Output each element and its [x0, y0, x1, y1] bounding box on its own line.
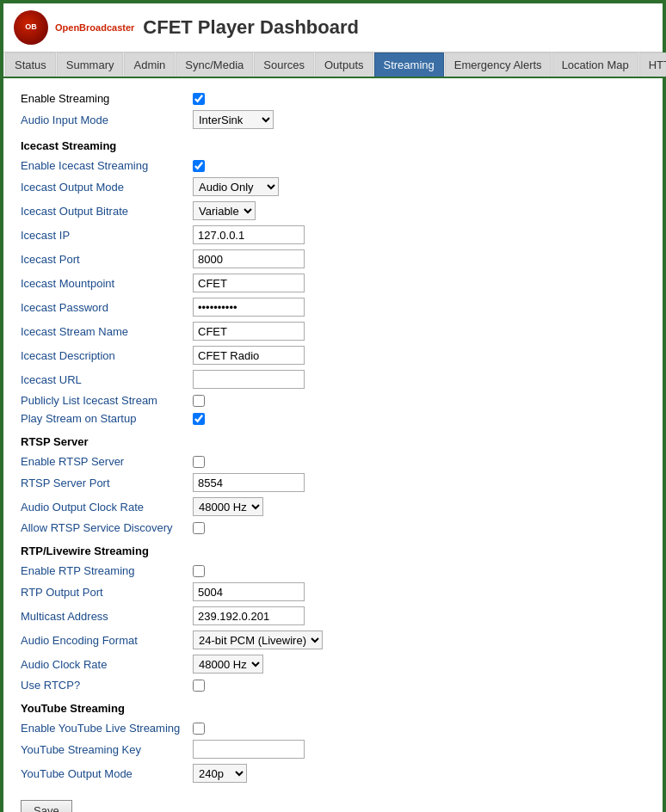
icecast-output-mode-row: Icecast Output Mode Audio Only Video+Aud…	[21, 177, 645, 196]
icecast-stream-name-input[interactable]	[193, 322, 305, 341]
icecast-output-bitrate-select[interactable]: Variable 128 192 320	[193, 201, 256, 220]
audio-clock-rate-select[interactable]: 48000 Hz 44100 Hz	[193, 655, 263, 674]
audio-output-clock-select[interactable]: 48000 Hz 44100 Hz 22050 Hz	[193, 497, 263, 516]
youtube-header: YouTube Streaming	[21, 702, 645, 715]
enable-rtsp-row: Enable RTSP Server	[21, 455, 645, 468]
icecast-port-input[interactable]	[193, 249, 305, 268]
rtp-header: RTP/Livewire Streaming	[21, 544, 645, 557]
audio-clock-rate-row: Audio Clock Rate 48000 Hz 44100 Hz	[21, 655, 645, 674]
enable-rtp-label: Enable RTP Streaming	[21, 564, 193, 577]
tab-location-map[interactable]: Location Map	[552, 52, 638, 77]
multicast-address-input[interactable]	[193, 606, 305, 625]
icecast-password-label: Icecast Password	[21, 301, 193, 314]
tab-outputs[interactable]: Outputs	[315, 52, 373, 77]
youtube-key-input[interactable]	[193, 740, 305, 759]
app-logo: OB	[14, 10, 48, 45]
icecast-description-input[interactable]	[193, 346, 305, 365]
enable-streaming-row: Enable Streaming	[21, 92, 645, 105]
icecast-ip-input[interactable]	[193, 225, 305, 244]
enable-icecast-label: Enable Icecast Streaming	[21, 159, 193, 172]
icecast-url-input[interactable]	[193, 370, 305, 389]
enable-rtsp-checkbox[interactable]	[193, 456, 205, 468]
enable-youtube-checkbox[interactable]	[193, 723, 205, 735]
enable-streaming-checkbox[interactable]	[193, 93, 205, 105]
use-rtcp-row: Use RTCP?	[21, 679, 645, 692]
play-stream-row: Play Stream on Startup	[21, 412, 645, 425]
rtsp-header: RTSP Server	[21, 435, 645, 448]
icecast-ip-label: Icecast IP	[21, 229, 193, 242]
audio-input-mode-row: Audio Input Mode InterSink Line In Micro…	[21, 110, 645, 129]
publicly-list-checkbox[interactable]	[193, 395, 205, 407]
tab-sources[interactable]: Sources	[254, 52, 314, 77]
icecast-output-mode-select[interactable]: Audio Only Video+Audio	[193, 177, 279, 196]
audio-encoding-format-row: Audio Encoding Format 24-bit PCM (Livewi…	[21, 631, 645, 649]
tab-emergency-alerts[interactable]: Emergency Alerts	[445, 52, 552, 77]
use-rtcp-checkbox[interactable]	[193, 680, 205, 692]
save-button[interactable]: Save	[21, 800, 72, 812]
tab-summary[interactable]: Summary	[57, 52, 124, 77]
tab-https-admin[interactable]: HTTP(S) Admin	[639, 52, 666, 77]
enable-rtsp-label: Enable RTSP Server	[21, 455, 193, 468]
youtube-output-mode-select[interactable]: 240p 360p 480p 720p 1080p	[193, 764, 247, 783]
audio-input-mode-select[interactable]: InterSink Line In Microphone	[193, 110, 274, 129]
play-stream-checkbox[interactable]	[193, 413, 205, 425]
audio-encoding-format-select[interactable]: 24-bit PCM (Livewire) 16-bit PCM MP3	[193, 631, 323, 649]
enable-rtp-row: Enable RTP Streaming	[21, 564, 645, 577]
icecast-password-input[interactable]	[193, 298, 305, 317]
tab-streaming[interactable]: Streaming	[374, 52, 444, 77]
icecast-description-label: Icecast Description	[21, 349, 193, 362]
allow-rtsp-label: Allow RTSP Service Discovery	[21, 521, 193, 534]
enable-streaming-label: Enable Streaming	[21, 92, 193, 105]
icecast-mountpoint-row: Icecast Mountpoint	[21, 274, 645, 292]
enable-icecast-checkbox[interactable]	[193, 160, 205, 172]
icecast-mountpoint-input[interactable]	[193, 274, 305, 292]
audio-clock-rate-label: Audio Clock Rate	[21, 658, 193, 671]
audio-input-mode-label: Audio Input Mode	[21, 114, 193, 126]
youtube-output-mode-row: YouTube Output Mode 240p 360p 480p 720p …	[21, 764, 645, 783]
audio-output-clock-row: Audio Output Clock Rate 48000 Hz 44100 H…	[21, 497, 645, 516]
content-area: Enable Streaming Audio Input Mode InterS…	[3, 78, 663, 812]
multicast-address-row: Multicast Address	[21, 606, 645, 625]
icecast-url-row: Icecast URL	[21, 370, 645, 389]
multicast-address-label: Multicast Address	[21, 610, 193, 623]
youtube-key-label: YouTube Streaming Key	[21, 743, 193, 756]
youtube-output-mode-label: YouTube Output Mode	[21, 767, 193, 780]
icecast-output-bitrate-row: Icecast Output Bitrate Variable 128 192 …	[21, 201, 645, 220]
icecast-stream-name-row: Icecast Stream Name	[21, 322, 645, 341]
enable-youtube-row: Enable YouTube Live Streaming	[21, 722, 645, 735]
icecast-port-row: Icecast Port	[21, 249, 645, 268]
allow-rtsp-checkbox[interactable]	[193, 522, 205, 534]
icecast-stream-name-label: Icecast Stream Name	[21, 325, 193, 338]
icecast-header: Icecast Streaming	[21, 139, 645, 152]
publicly-list-row: Publicly List Icecast Stream	[21, 394, 645, 407]
rtsp-port-row: RTSP Server Port	[21, 473, 645, 492]
tab-status[interactable]: Status	[5, 52, 56, 77]
enable-youtube-label: Enable YouTube Live Streaming	[21, 722, 193, 735]
icecast-url-label: Icecast URL	[21, 373, 193, 386]
tab-sync-media[interactable]: Sync/Media	[176, 52, 253, 77]
icecast-description-row: Icecast Description	[21, 346, 645, 365]
icecast-password-row: Icecast Password	[21, 298, 645, 317]
rtp-output-port-row: RTP Output Port	[21, 582, 645, 601]
audio-encoding-format-label: Audio Encoding Format	[21, 634, 193, 647]
play-stream-label: Play Stream on Startup	[21, 412, 193, 425]
tab-admin[interactable]: Admin	[124, 52, 175, 77]
brand-name: OpenBroadcaster	[55, 23, 134, 33]
enable-icecast-row: Enable Icecast Streaming	[21, 159, 645, 172]
audio-output-clock-label: Audio Output Clock Rate	[21, 501, 193, 514]
icecast-mountpoint-label: Icecast Mountpoint	[21, 277, 193, 290]
enable-rtp-checkbox[interactable]	[193, 565, 205, 577]
rtsp-port-label: RTSP Server Port	[21, 477, 193, 489]
icecast-port-label: Icecast Port	[21, 253, 193, 266]
youtube-key-row: YouTube Streaming Key	[21, 740, 645, 759]
icecast-ip-row: Icecast IP	[21, 225, 645, 244]
page-title: CFET Player Dashboard	[143, 16, 359, 39]
nav-bar: Status Summary Admin Sync/Media Sources …	[3, 52, 663, 78]
rtsp-port-input[interactable]	[193, 473, 305, 492]
rtp-output-port-input[interactable]	[193, 582, 305, 601]
publicly-list-label: Publicly List Icecast Stream	[21, 394, 193, 407]
icecast-output-mode-label: Icecast Output Mode	[21, 181, 193, 194]
app-header: OB OpenBroadcaster CFET Player Dashboard	[3, 3, 663, 52]
icecast-output-bitrate-label: Icecast Output Bitrate	[21, 205, 193, 218]
rtp-output-port-label: RTP Output Port	[21, 586, 193, 599]
